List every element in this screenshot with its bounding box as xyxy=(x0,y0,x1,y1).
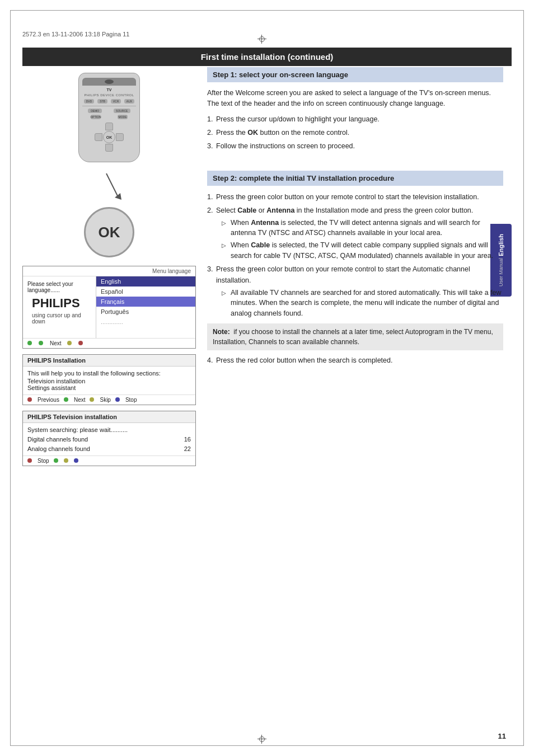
page-title: First time installation (continued) xyxy=(22,48,512,66)
nav-yellow-dot2 xyxy=(90,397,95,403)
digital-label: Digital channels found xyxy=(27,436,88,443)
step2-item-3: Press the green color button on your rem… xyxy=(207,264,503,319)
philips-brand-text: PHILIPS xyxy=(32,296,91,311)
ok-big-button: OK xyxy=(84,207,134,257)
svg-line-0 xyxy=(106,173,118,196)
ok-arrow-svg xyxy=(81,171,137,201)
language-prompt: Please select your language...... xyxy=(27,281,91,293)
digital-channels-row: Digital channels found 16 xyxy=(27,436,191,443)
install-line-2: Television installation xyxy=(27,378,191,384)
right-column: English User Manual Step 1: select your … xyxy=(207,67,503,368)
lang-espanol: Español xyxy=(96,287,195,297)
sub-bullet-cable: When Cable is selected, the TV will dete… xyxy=(222,240,503,261)
search-header: PHILIPS Television installation xyxy=(23,411,195,423)
step2-instructions: Press the green color button on your rem… xyxy=(207,191,503,319)
step1-item-3: Follow the instructions on screen to pro… xyxy=(207,140,503,152)
aux-button: AUX xyxy=(124,99,134,104)
stop-label: Stop xyxy=(38,458,49,464)
dpad: OK xyxy=(95,123,124,152)
digital-value: 16 xyxy=(184,436,191,443)
lang-english: English xyxy=(96,276,195,287)
remote-tv-label: TV xyxy=(82,88,136,92)
page-number: 11 xyxy=(498,732,506,740)
nav-red-dot3 xyxy=(27,458,33,464)
analog-value: 22 xyxy=(184,445,191,452)
nav-yellow-dot xyxy=(67,340,73,346)
lang-francais: Français xyxy=(96,297,195,307)
dpad-right xyxy=(116,133,124,141)
demo-button: DEMO xyxy=(88,109,102,113)
screen-left-text: Please select your language...... PHILIP… xyxy=(23,276,96,338)
lang-more: ............. xyxy=(96,317,195,327)
dpad-up xyxy=(105,123,113,130)
nav-green-dot xyxy=(27,340,33,346)
ok-button-small: OK xyxy=(103,131,115,143)
page-border-bottom xyxy=(10,745,524,746)
mode-button: MODE xyxy=(118,115,128,119)
dpad-left xyxy=(95,133,102,141)
step2-sub-bullet-3: All available TV channels are searched f… xyxy=(216,288,503,319)
nav-green-dot4 xyxy=(54,458,59,464)
vcr-button: VCR xyxy=(111,99,121,104)
nav-next-label2: Next xyxy=(74,397,86,403)
step2-item-4: Press the red color button when the sear… xyxy=(207,355,503,366)
step2-item-4-list: Press the red color button when the sear… xyxy=(207,355,503,366)
search-body: System searching: please wait.......... … xyxy=(23,423,195,456)
install-line-3: Settings assistant xyxy=(27,384,191,391)
remote-illustration: TV PHILIPS DEVICE CONTROL DVD STB VCR AU… xyxy=(64,73,154,162)
nav-blue-dot xyxy=(115,397,121,403)
nav-yellow-dot3 xyxy=(64,458,69,464)
note-box: Note: if you choose to install the chann… xyxy=(207,323,503,350)
nav-red-dot2 xyxy=(27,397,33,403)
dvd-button: DVD xyxy=(84,99,94,104)
note-text: if you choose to install the channels at… xyxy=(213,328,493,346)
page-border-right xyxy=(523,10,524,746)
nav-next-label: Next xyxy=(50,340,62,346)
page-border-top xyxy=(10,10,524,11)
left-column: TV PHILIPS DEVICE CONTROL DVD STB VCR AU… xyxy=(22,67,196,466)
source-button: SOURCE xyxy=(114,109,130,113)
install-body: This will help you to install the follow… xyxy=(23,367,195,395)
option-button: OPTION xyxy=(91,115,101,119)
nav-red-dot xyxy=(78,340,84,346)
install-header: PHILIPS Installation xyxy=(23,355,195,367)
install-nav: Previous Next Skip Stop xyxy=(23,395,195,405)
step1-item-2: Press the OK button on the remote contro… xyxy=(207,127,503,138)
nav-green-dot2 xyxy=(39,340,44,346)
step1-instructions: Press the cursor up/down to highlight yo… xyxy=(207,114,503,152)
nav-stop-label: Stop xyxy=(125,397,137,403)
install-line-1: This will help you to install the follow… xyxy=(27,370,191,377)
cursor-hint: using cursor up and down xyxy=(32,312,91,325)
power-button-icon xyxy=(105,79,114,84)
tv-search-panel: PHILIPS Television installation System s… xyxy=(22,411,196,466)
remote-source-buttons: DVD STB VCR AUX xyxy=(82,99,136,104)
dpad-down xyxy=(105,144,113,152)
step2-heading-box: Step 2: complete the initial TV installa… xyxy=(207,171,503,186)
step1-item-1: Press the cursor up/down to highlight yo… xyxy=(207,114,503,125)
sub-bullet-auto: All available TV channels are searched f… xyxy=(222,288,503,319)
nav-blue-dot2 xyxy=(74,458,79,464)
menu-language-label: Menu language xyxy=(23,266,195,276)
search-nav: Stop xyxy=(23,456,195,466)
step2-sub-bullets: When Antenna is selected, the TV will de… xyxy=(216,218,503,261)
step2-item-2: Select Cable or Antenna in the Installat… xyxy=(207,205,503,261)
nav-skip-label: Skip xyxy=(100,397,110,403)
analog-channels-row: Analog channels found 22 xyxy=(27,445,191,452)
doc-metadata: 2572.3 en 13-11-2006 13:18 Pagina 11 xyxy=(22,31,129,37)
analog-label: Analog channels found xyxy=(27,445,90,452)
remote-brand-label: PHILIPS DEVICE CONTROL xyxy=(82,93,136,97)
main-content: TV PHILIPS DEVICE CONTROL DVD STB VCR AU… xyxy=(22,67,503,734)
page-border-left xyxy=(10,10,11,746)
svg-marker-1 xyxy=(115,193,121,200)
nav-prev-label: Previous xyxy=(38,397,59,403)
searching-label: System searching: please wait.......... xyxy=(27,426,191,433)
nav-green-dot3 xyxy=(64,397,69,403)
screen-nav-bar-1: Next xyxy=(23,338,195,348)
step2-item-1: Press the green color button on your rem… xyxy=(207,191,503,203)
lang-portugues: Português xyxy=(96,307,195,317)
language-screen-panel: Menu language Please select your languag… xyxy=(22,266,196,349)
language-list: English Español Français Português .....… xyxy=(96,276,195,338)
step1-intro: After the Welcome screen you are asked t… xyxy=(207,88,503,109)
installation-panel: PHILIPS Installation This will help you … xyxy=(22,354,196,405)
sub-bullet-antenna: When Antenna is selected, the TV will de… xyxy=(222,218,503,239)
